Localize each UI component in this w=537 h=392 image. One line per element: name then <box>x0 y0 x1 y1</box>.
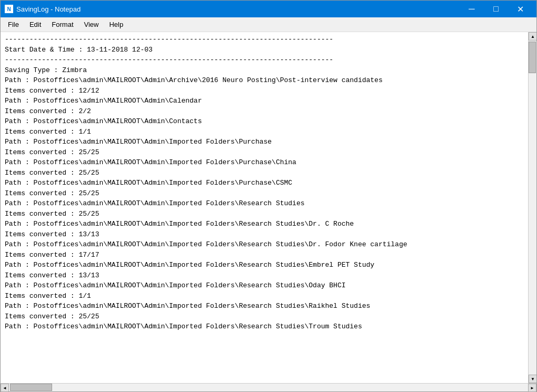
scroll-up-button[interactable]: ▲ <box>529 32 536 41</box>
window-controls: ─ □ ✕ <box>460 1 532 17</box>
scroll-right-button[interactable]: ► <box>528 384 536 392</box>
content-area: ----------------------------------------… <box>1 32 536 383</box>
menu-edit[interactable]: Edit <box>24 18 46 31</box>
window-title: SavingLog - Notepad <box>16 5 81 13</box>
h-scroll-thumb[interactable] <box>10 384 52 391</box>
menu-help[interactable]: Help <box>104 18 128 31</box>
vertical-scrollbar[interactable]: ▲ ▼ <box>528 32 536 383</box>
close-button[interactable]: ✕ <box>508 1 532 17</box>
maximize-button[interactable]: □ <box>484 1 508 17</box>
menu-bar: File Edit Format View Help <box>1 17 536 32</box>
scroll-thumb[interactable] <box>529 42 536 73</box>
minimize-button[interactable]: ─ <box>460 1 484 17</box>
app-icon: N <box>5 5 13 13</box>
notepad-window: N SavingLog - Notepad ─ □ ✕ File Edit Fo… <box>0 0 537 392</box>
title-bar: N SavingLog - Notepad ─ □ ✕ <box>1 1 536 17</box>
scroll-left-button[interactable]: ◄ <box>1 384 9 392</box>
menu-view[interactable]: View <box>79 18 104 31</box>
horizontal-scrollbar[interactable]: ◄ ► <box>1 383 536 391</box>
menu-format[interactable]: Format <box>46 18 78 31</box>
menu-file[interactable]: File <box>3 18 24 31</box>
text-editor[interactable]: ----------------------------------------… <box>1 32 528 383</box>
h-scroll-track <box>9 384 528 391</box>
title-bar-left: N SavingLog - Notepad <box>5 5 81 13</box>
scroll-track <box>529 41 536 375</box>
scroll-down-button[interactable]: ▼ <box>529 375 536 383</box>
